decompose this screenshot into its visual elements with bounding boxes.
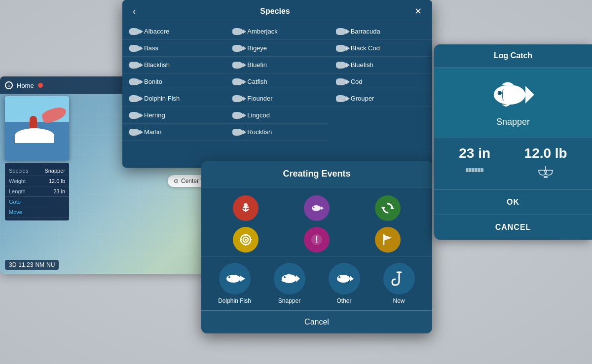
log-cancel-button[interactable]: CANCEL <box>434 215 592 240</box>
fish-event-icon <box>310 201 324 215</box>
scale-icon <box>537 165 555 182</box>
log-weight-value: 12.0 lb <box>524 146 567 161</box>
log-weight-measure: 12.0 lb <box>524 146 567 182</box>
rotate-icon <box>381 201 395 215</box>
info-length-row: Length 23 in <box>5 186 69 197</box>
species-item[interactable]: Grouper <box>329 90 432 107</box>
event-icon-magenta-button[interactable]: ! <box>304 227 330 253</box>
species-item[interactable]: Cod <box>329 73 432 90</box>
species-item[interactable]: Bigeye <box>225 40 329 57</box>
event-icon-purple-button[interactable] <box>304 195 330 221</box>
other-fish-button[interactable]: Other <box>319 263 370 304</box>
dolphin-fish-circle <box>219 263 251 294</box>
species-label: Species <box>9 168 28 174</box>
svg-point-3 <box>312 205 321 211</box>
log-measurements-row: 23 in 12.0 lb <box>434 137 592 189</box>
svg-point-27 <box>338 276 340 278</box>
events-panel-title: Creating Events <box>283 169 350 179</box>
fish-small-icon <box>232 95 243 102</box>
species-value: Snapper <box>44 168 65 174</box>
warning-event-icon: ! <box>310 233 324 247</box>
events-icons-grid: ! <box>201 187 432 256</box>
close-icon <box>414 6 422 16</box>
event-icon-yellow-button[interactable] <box>233 227 259 253</box>
ruler-icon <box>466 165 483 177</box>
events-panel: Creating Events <box>201 161 432 333</box>
compass-icon: ⌂ <box>5 81 13 89</box>
weight-label: Weight <box>9 178 26 184</box>
other-fish-circle <box>329 263 360 294</box>
svg-marker-26 <box>350 276 354 282</box>
map-mode-label: 3D <box>9 261 16 268</box>
goto-button[interactable]: Goto <box>5 197 69 207</box>
species-item[interactable]: Black Cod <box>329 40 432 57</box>
target-event-icon <box>239 233 253 247</box>
events-cancel-button[interactable]: Cancel <box>201 310 432 333</box>
fish-small-icon <box>336 78 347 85</box>
species-item[interactable]: Herring <box>122 107 225 124</box>
log-ok-button[interactable]: OK <box>434 190 592 215</box>
log-fish-name: Snapper <box>496 117 530 127</box>
species-item[interactable]: Bonito <box>122 73 225 90</box>
event-icon-green-button[interactable] <box>375 195 401 221</box>
species-item[interactable]: Bluefish <box>329 57 432 73</box>
species-item[interactable]: Albacore <box>122 23 225 40</box>
dolphin-fish-label: Dolphin Fish <box>218 297 251 304</box>
log-catch-panel: Log Catch Snapper 23 in <box>434 44 592 240</box>
species-item[interactable]: Bass <box>122 40 225 57</box>
fish-small-icon <box>336 62 347 69</box>
new-event-circle <box>383 263 415 294</box>
species-back-button[interactable] <box>130 5 139 18</box>
species-item[interactable]: Flounder <box>225 90 329 107</box>
species-item[interactable]: Bluefin <box>225 57 329 73</box>
svg-marker-23 <box>296 275 300 282</box>
svg-marker-20 <box>240 276 245 282</box>
fish-small-icon <box>336 95 347 102</box>
species-close-button[interactable] <box>411 5 425 18</box>
move-button[interactable]: Move <box>5 207 69 218</box>
hook-icon <box>390 269 408 288</box>
snapper-circle <box>274 263 305 294</box>
new-event-button[interactable]: New <box>373 263 424 304</box>
log-actions: OK CANCEL <box>434 189 592 240</box>
events-header: Creating Events <box>201 161 432 187</box>
fish-small-icon <box>232 78 243 85</box>
svg-point-10 <box>245 239 247 241</box>
svg-marker-4 <box>321 206 324 210</box>
fish-small-icon <box>232 28 243 35</box>
event-icon-red-button[interactable] <box>233 195 259 221</box>
new-event-label: New <box>393 297 405 304</box>
snapper-button[interactable]: Snapper <box>264 263 315 304</box>
map-home-label: Home <box>17 82 43 89</box>
log-catch-title: Log Catch <box>494 51 532 60</box>
length-label: Length <box>9 188 26 194</box>
info-panel: Species Snapper Weight 12.0 lb Length 23… <box>5 163 69 220</box>
species-item[interactable]: Marlin <box>122 124 225 141</box>
species-item[interactable]: Rockfish <box>225 124 329 141</box>
species-item[interactable]: Barracuda <box>329 23 432 40</box>
species-item[interactable]: Blackfish <box>122 57 225 73</box>
fish-small-icon <box>129 112 140 119</box>
scale-svg <box>537 165 555 179</box>
fish-small-icon <box>232 45 243 52</box>
species-item[interactable]: Catfish <box>225 73 329 90</box>
map-nu-label: NU <box>46 261 55 268</box>
species-item[interactable]: Lingcod <box>225 107 329 124</box>
log-length-value: 23 in <box>459 146 490 161</box>
other-fish-label: Other <box>336 297 351 304</box>
map-distance-display: 3D 11.23 NM NU <box>5 260 59 270</box>
svg-point-29 <box>494 85 525 105</box>
anchor-icon <box>239 201 253 215</box>
dolphin-fish-button[interactable]: Dolphin Fish <box>209 263 260 304</box>
species-item[interactable]: Dolphin Fish <box>122 90 225 107</box>
back-chevron-icon <box>133 6 136 16</box>
log-catch-header: Log Catch <box>434 44 592 68</box>
species-item[interactable]: Amberjack <box>225 23 329 40</box>
log-fish-display-area: Snapper <box>434 68 592 137</box>
event-icon-gold-button[interactable] <box>375 227 401 253</box>
fish-photo-content <box>5 96 69 160</box>
fish-small-icon <box>129 28 140 35</box>
svg-point-24 <box>284 276 286 278</box>
fish-small-icon <box>232 62 243 69</box>
dolphin-fish-icon <box>224 272 245 286</box>
